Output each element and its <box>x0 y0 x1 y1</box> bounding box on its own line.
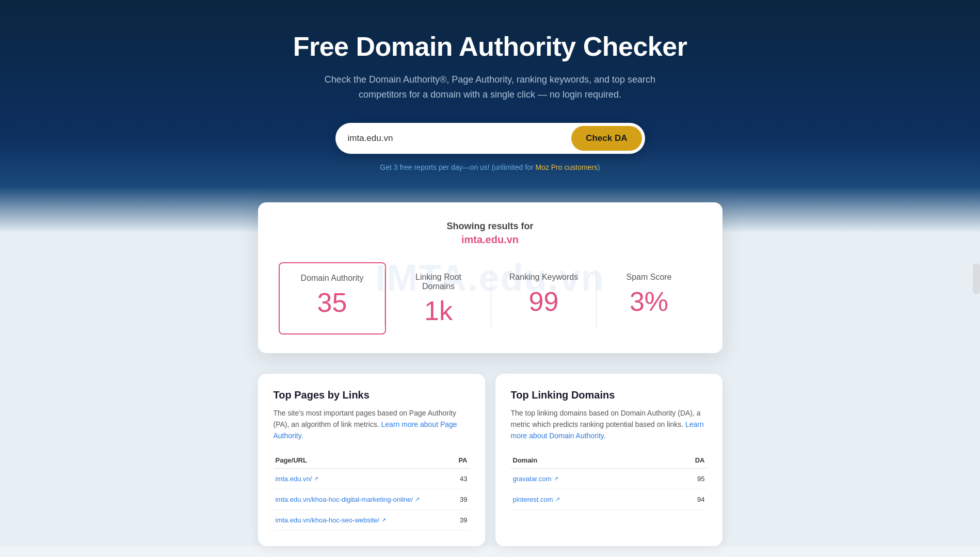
pa-value: 39 <box>454 489 470 510</box>
table-row: gravatar.com ↗ 95 <box>511 468 707 489</box>
results-section: IMTA.edu.vn Showing results for imta.edu… <box>248 202 733 374</box>
external-link-icon: ↗ <box>554 475 558 482</box>
col-header-page-url: Page/URL <box>274 452 454 469</box>
table-row: imta.edu.vn/khoa-hoc-digital-marketing-o… <box>274 489 470 510</box>
domain-link[interactable]: pinterest.com ↗ <box>513 496 663 503</box>
external-link-icon: ↗ <box>314 475 318 482</box>
external-link-icon: ↗ <box>415 496 420 503</box>
metric-spam-score: Spam Score 3% <box>597 262 702 335</box>
content-bg: IMTA.edu.vn Showing results for imta.edu… <box>0 202 980 546</box>
col-header-da: DA <box>665 452 707 469</box>
domain-link[interactable]: gravatar.com ↗ <box>513 475 663 483</box>
search-bar-container: Check DA <box>10 123 970 154</box>
results-heading: Showing results for <box>279 221 702 232</box>
hero-section: Free Domain Authority Checker Check the … <box>0 0 980 233</box>
moz-pro-link[interactable]: Moz Pro customers <box>535 163 598 171</box>
bottom-cards: Top Pages by Links The site's most impor… <box>248 374 733 546</box>
metric-value-lrd: 1k <box>401 297 476 324</box>
metric-label-da: Domain Authority <box>295 274 369 283</box>
free-reports-notice: Get 3 free reports per day—on us! (unlim… <box>10 163 970 171</box>
top-domains-desc: The top linking domains based on Domain … <box>511 407 707 442</box>
results-card: IMTA.edu.vn Showing results for imta.edu… <box>258 202 722 353</box>
metric-linking-root-domains: Linking Root Domains 1k <box>386 262 491 335</box>
metric-value-da: 35 <box>295 289 369 316</box>
external-link-icon: ↗ <box>555 496 560 503</box>
metric-value-rk: 99 <box>507 288 581 315</box>
page-url-link[interactable]: imta.edu.vn/ ↗ <box>276 475 452 483</box>
da-value: 94 <box>665 489 707 510</box>
top-pages-table-header: Page/URL PA <box>274 452 470 469</box>
domain-search-input[interactable] <box>348 129 572 148</box>
hero-subtitle: Check the Domain Authority®, Page Author… <box>315 72 666 102</box>
top-pages-title: Top Pages by Links <box>274 389 470 401</box>
top-pages-card: Top Pages by Links The site's most impor… <box>258 374 485 546</box>
metric-label-rk: Ranking Keywords <box>507 273 581 282</box>
scrollbar[interactable] <box>973 263 980 294</box>
metric-domain-authority: Domain Authority 35 <box>279 262 386 335</box>
top-domains-table: Domain DA gravatar.com ↗ 95 pinterest.co… <box>511 452 707 510</box>
metrics-row: Domain Authority 35 Linking Root Domains… <box>279 262 702 335</box>
table-row: imta.edu.vn/ ↗ 43 <box>274 468 470 489</box>
top-pages-desc: The site's most important pages based on… <box>274 407 470 442</box>
da-value: 95 <box>665 468 707 489</box>
results-domain: imta.edu.vn <box>279 234 702 246</box>
pa-value: 43 <box>454 468 470 489</box>
top-domains-table-header: Domain DA <box>511 452 707 469</box>
top-pages-table: Page/URL PA imta.edu.vn/ ↗ 43 imta.edu.v… <box>274 452 470 531</box>
table-row: imta.edu.vn/khoa-hoc-seo-website/ ↗ 39 <box>274 510 470 530</box>
col-header-domain: Domain <box>511 452 665 469</box>
metric-label-lrd: Linking Root Domains <box>401 273 476 291</box>
col-header-pa: PA <box>454 452 470 469</box>
metric-label-ss: Spam Score <box>612 273 686 282</box>
metric-value-ss: 3% <box>612 288 686 315</box>
metric-ranking-keywords: Ranking Keywords 99 <box>491 262 597 335</box>
pa-value: 39 <box>454 510 470 530</box>
table-row: pinterest.com ↗ 94 <box>511 489 707 510</box>
page-title: Free Domain Authority Checker <box>10 31 970 62</box>
check-da-button[interactable]: Check DA <box>571 126 641 151</box>
top-domains-card: Top Linking Domains The top linking doma… <box>495 374 722 546</box>
page-url-link[interactable]: imta.edu.vn/khoa-hoc-digital-marketing-o… <box>276 496 452 503</box>
external-link-icon: ↗ <box>381 517 386 523</box>
search-bar: Check DA <box>335 123 645 154</box>
page-url-link[interactable]: imta.edu.vn/khoa-hoc-seo-website/ ↗ <box>276 516 452 524</box>
top-domains-title: Top Linking Domains <box>511 389 707 401</box>
